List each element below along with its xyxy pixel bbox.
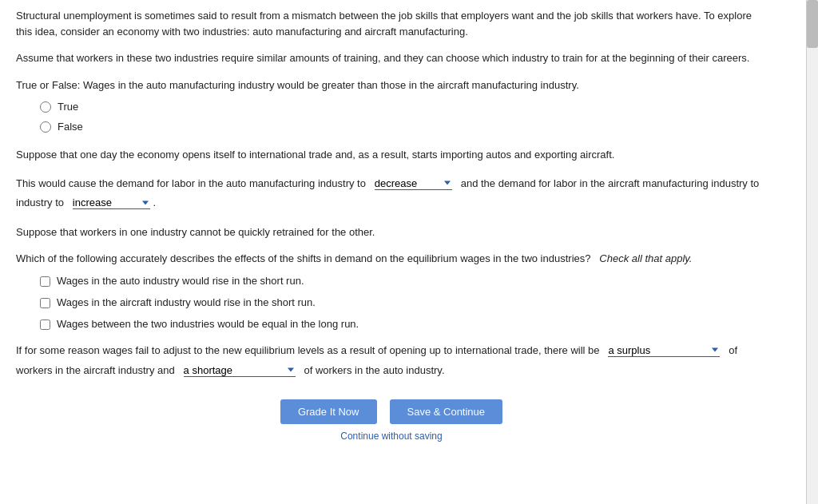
paragraph-trade: Suppose that one day the economy opens i… bbox=[16, 147, 767, 163]
check-all-italics: Check all that apply. bbox=[599, 252, 692, 264]
dropdown-aircraft-workers-select[interactable]: a surplus a shortage no change bbox=[608, 344, 670, 356]
checkbox-aircraft-rise-label[interactable]: Wages in the aircraft industry would ris… bbox=[57, 296, 316, 308]
true-false-radio-group: True False bbox=[40, 101, 767, 133]
radio-true-input[interactable] bbox=[40, 101, 51, 113]
wages-sentence-block: If for some reason wages fail to adjust … bbox=[16, 341, 767, 380]
checkbox-equal-long-run[interactable]: Wages between the two industries would b… bbox=[40, 318, 767, 330]
dropdown-auto-demand-select[interactable]: decrease increase stay the same bbox=[375, 177, 452, 189]
grade-it-now-button[interactable]: Grade It Now bbox=[280, 399, 377, 424]
demand-sentence-block: This would cause the demand for labor in… bbox=[16, 174, 767, 213]
demand-mid-text: and the demand for labor in the aircraft… bbox=[461, 177, 760, 189]
bottom-buttons-area: Grade It Now Save & Continue Continue wi… bbox=[16, 399, 767, 458]
dropdown-auto-workers[interactable]: a shortage a surplus no change bbox=[184, 364, 296, 377]
dropdown-aircraft-workers[interactable]: a surplus a shortage no change bbox=[608, 344, 720, 357]
dropdown-aircraft-workers-arrow-icon bbox=[712, 348, 718, 352]
dropdown-auto-demand[interactable]: decrease increase stay the same bbox=[375, 177, 452, 190]
true-false-question-label: True or False: Wages in the auto manufac… bbox=[16, 77, 767, 93]
checkbox-auto-rise-input[interactable] bbox=[40, 276, 50, 287]
checkbox-aircraft-rise-input[interactable] bbox=[40, 298, 50, 308]
demand-end-text: . bbox=[153, 196, 156, 208]
dropdown-aircraft-demand-select[interactable]: increase decrease stay the same bbox=[73, 196, 150, 208]
checkbox-group: Wages in the auto industry would rise in… bbox=[40, 275, 767, 330]
checkbox-aircraft-rise[interactable]: Wages in the aircraft industry would ris… bbox=[40, 296, 767, 308]
checkbox-auto-rise-label[interactable]: Wages in the auto industry would rise in… bbox=[57, 275, 304, 287]
radio-false-input[interactable] bbox=[40, 121, 51, 133]
checkbox-equal-long-run-label[interactable]: Wages between the two industries would b… bbox=[57, 318, 359, 330]
dropdown-aircraft-demand[interactable]: increase decrease stay the same bbox=[73, 196, 150, 209]
buttons-row: Grade It Now Save & Continue bbox=[280, 399, 502, 424]
paragraph-workers: Assume that workers in these two industr… bbox=[16, 50, 767, 66]
radio-false-label[interactable]: False bbox=[58, 121, 83, 133]
continue-without-saving-link[interactable]: Continue without saving bbox=[340, 431, 442, 442]
demand-pre-text: This would cause the demand for labor in… bbox=[16, 177, 366, 189]
checkbox-equal-long-run-input[interactable] bbox=[40, 319, 50, 330]
check-all-question-label: Which of the following accurately descri… bbox=[16, 251, 767, 267]
demand-industry-pre: industry to bbox=[16, 196, 64, 208]
save-continue-button[interactable]: Save & Continue bbox=[390, 399, 503, 424]
dropdown-auto-workers-arrow-icon bbox=[288, 368, 294, 372]
wages-end-text: of workers in the auto industry. bbox=[304, 364, 444, 376]
paragraph-retrain: Suppose that workers in one industry can… bbox=[16, 224, 767, 240]
dropdown-auto-workers-select[interactable]: a shortage a surplus no change bbox=[184, 364, 246, 376]
radio-false-item[interactable]: False bbox=[40, 121, 767, 133]
radio-true-label[interactable]: True bbox=[58, 101, 78, 113]
check-all-label-text: Which of the following accurately descri… bbox=[16, 252, 590, 264]
radio-true-item[interactable]: True bbox=[40, 101, 767, 113]
paragraph-structural: Structural unemployment is sometimes sai… bbox=[16, 8, 767, 39]
wages-pre-text: If for some reason wages fail to adjust … bbox=[16, 344, 600, 356]
checkbox-auto-rise[interactable]: Wages in the auto industry would rise in… bbox=[40, 275, 767, 287]
